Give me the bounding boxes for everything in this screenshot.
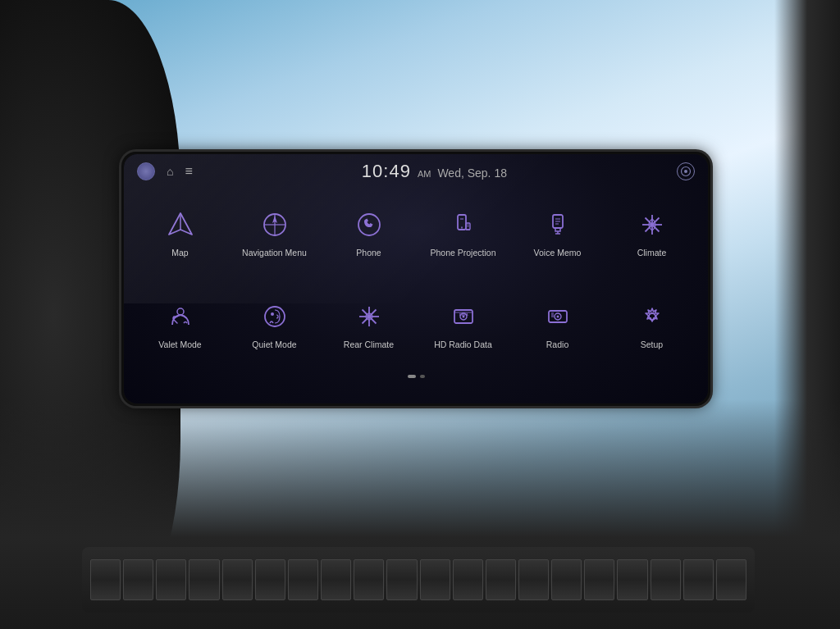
voice-memo-icon bbox=[540, 207, 576, 243]
phone-projection-label: Phone Projection bbox=[431, 248, 496, 258]
app-radio[interactable]: Radio bbox=[511, 280, 604, 371]
hd-radio-icon: DATA bbox=[445, 299, 482, 335]
valet-icon bbox=[162, 299, 199, 335]
menu-icon[interactable]: ≡ bbox=[185, 164, 191, 179]
screen-bezel: ⌂ ≡ 10:49 AM Wed, Sep. 18 bbox=[121, 152, 710, 406]
app-map[interactable]: Map bbox=[134, 187, 226, 278]
rear-climate-icon bbox=[351, 299, 387, 335]
vent-slot bbox=[255, 559, 285, 600]
infotainment-screen-container: ⌂ ≡ 10:49 AM Wed, Sep. 18 bbox=[121, 152, 710, 406]
vent-slot bbox=[584, 559, 614, 600]
climate-icon bbox=[634, 207, 670, 243]
app-phone[interactable]: Phone bbox=[322, 187, 415, 278]
vent-slot bbox=[156, 559, 186, 600]
app-phone-projection[interactable]: Phone Projection bbox=[417, 187, 509, 278]
vent-slot bbox=[386, 559, 417, 600]
vent-slot bbox=[288, 559, 318, 600]
svg-point-40 bbox=[556, 316, 559, 318]
app-hd-radio-data[interactable]: DATA HD Radio Data bbox=[417, 280, 509, 371]
page-indicators bbox=[124, 373, 708, 383]
vent-slot bbox=[716, 559, 746, 600]
app-setup[interactable]: Setup bbox=[605, 280, 698, 371]
radio-icon bbox=[540, 299, 576, 335]
vent-slot bbox=[321, 559, 351, 600]
radio-label: Radio bbox=[546, 340, 568, 350]
vent-slot bbox=[90, 559, 121, 600]
phone-label: Phone bbox=[356, 248, 381, 258]
vent-slot bbox=[123, 559, 153, 600]
map-icon bbox=[162, 207, 199, 243]
app-navigation-menu[interactable]: Navigation Menu bbox=[228, 187, 321, 278]
svg-point-25 bbox=[177, 308, 184, 315]
settings-status-icon[interactable] bbox=[677, 162, 695, 180]
page-dot-1[interactable] bbox=[408, 375, 416, 378]
app-valet-mode[interactable]: Valet Mode bbox=[134, 280, 226, 371]
app-climate[interactable]: Climate bbox=[605, 187, 698, 278]
voice-memo-label: Voice Memo bbox=[534, 248, 582, 258]
vent-slot bbox=[189, 559, 219, 600]
app-rear-climate[interactable]: Rear Climate bbox=[322, 280, 415, 371]
vent-slot bbox=[518, 559, 549, 600]
air-vents-area bbox=[66, 498, 771, 629]
hd-radio-data-label: HD Radio Data bbox=[434, 340, 492, 350]
phone-icon bbox=[351, 207, 387, 243]
nav-label: Navigation Menu bbox=[242, 248, 307, 258]
quiet-mode-label: Quiet Mode bbox=[252, 340, 296, 350]
vent-slot bbox=[617, 559, 647, 600]
vent-slot bbox=[222, 559, 253, 600]
vent-slot bbox=[683, 559, 714, 600]
status-bar: ⌂ ≡ 10:49 AM Wed, Sep. 18 bbox=[124, 154, 708, 185]
vent-slot bbox=[651, 559, 681, 600]
bottom-dashboard-panel bbox=[0, 399, 840, 629]
app-voice-memo[interactable]: Voice Memo bbox=[511, 187, 604, 278]
app-quiet-mode[interactable]: Quiet Mode bbox=[228, 280, 321, 371]
setup-icon bbox=[634, 299, 670, 335]
svg-point-1 bbox=[684, 170, 687, 173]
app-grid: Map Navigation Menu bbox=[124, 185, 708, 373]
status-bar-center: 10:49 AM Wed, Sep. 18 bbox=[192, 161, 677, 182]
home-icon[interactable]: ⌂ bbox=[167, 165, 173, 178]
setup-label: Setup bbox=[641, 340, 663, 350]
vent-bar bbox=[82, 547, 755, 613]
page-dot-2[interactable] bbox=[420, 375, 425, 378]
valet-mode-label: Valet Mode bbox=[158, 340, 201, 350]
infotainment-screen: ⌂ ≡ 10:49 AM Wed, Sep. 18 bbox=[124, 154, 708, 403]
svg-text:DATA: DATA bbox=[459, 312, 468, 317]
vent-slot bbox=[420, 559, 450, 600]
map-label: Map bbox=[171, 248, 188, 258]
time-display: 10:49 bbox=[362, 161, 411, 182]
phone-projection-icon bbox=[445, 207, 482, 243]
nav-icon bbox=[257, 207, 293, 243]
home-circle-button[interactable] bbox=[137, 162, 155, 180]
svg-point-27 bbox=[271, 312, 274, 316]
rear-climate-label: Rear Climate bbox=[344, 340, 394, 350]
vent-slot bbox=[354, 559, 384, 600]
time-ampm: AM bbox=[418, 169, 431, 179]
vent-slot bbox=[453, 559, 483, 600]
svg-point-44 bbox=[649, 313, 655, 320]
vent-slot bbox=[486, 559, 516, 600]
quiet-icon bbox=[257, 299, 293, 335]
climate-label: Climate bbox=[637, 248, 667, 258]
vent-slot bbox=[551, 559, 582, 600]
status-bar-left: ⌂ ≡ bbox=[137, 162, 192, 180]
date-display: Wed, Sep. 18 bbox=[437, 166, 507, 180]
